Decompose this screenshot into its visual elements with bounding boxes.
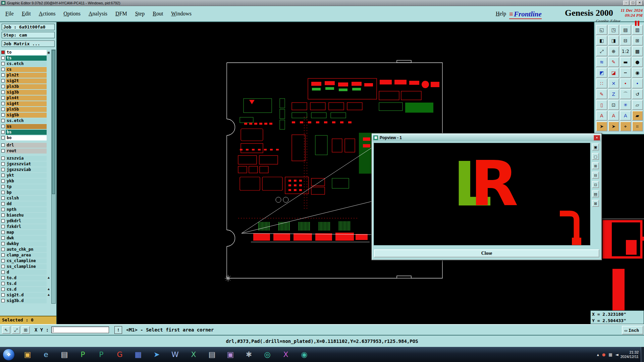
popview-tool-button[interactable]: ▢ <box>592 153 599 160</box>
layer-name[interactable]: ts <box>6 56 47 61</box>
taskbar-app-icon[interactable]: ▦ <box>133 350 143 359</box>
layer-row[interactable]: ykt <box>1 173 51 178</box>
layer-checkbox[interactable] <box>1 288 5 291</box>
popview-tool-button[interactable]: ⊟ <box>592 172 599 179</box>
layer-checkbox[interactable] <box>1 119 5 122</box>
layer-name[interactable]: cs <box>6 67 47 72</box>
toolbar-button[interactable]: ▯ <box>596 100 607 110</box>
layer-row[interactable]: xzszvia <box>1 156 51 161</box>
toolbar-button[interactable]: A <box>608 111 620 121</box>
toolbar-button[interactable]: 1:2 <box>620 46 631 56</box>
taskbar-app-icon[interactable]: P <box>97 350 106 359</box>
layer-name[interactable]: cs.d <box>6 287 47 292</box>
layer-name[interactable]: npth <box>6 207 47 212</box>
layer-name[interactable]: sig3b.d <box>6 298 47 303</box>
popview-tool-button[interactable]: ⊞ <box>592 162 599 169</box>
layer-name[interactable]: sig5b <box>6 113 47 118</box>
taskbar-app-icon[interactable]: W <box>170 350 180 359</box>
layer-row[interactable]: bo <box>1 135 51 140</box>
layer-row[interactable]: pln4t <box>1 95 51 101</box>
layer-name[interactable]: bs <box>6 130 47 135</box>
layer-checkbox[interactable] <box>1 73 5 77</box>
taskbar-app-icon[interactable]: e <box>41 350 51 359</box>
layer-row[interactable]: tp <box>1 184 51 189</box>
layer-name[interactable]: sig2t.d <box>6 293 47 298</box>
layer-name[interactable]: tp <box>6 184 47 189</box>
command-tool-button[interactable]: ⊞ <box>21 326 30 334</box>
layer-name[interactable]: jgxzszviat <box>6 162 47 167</box>
toolbar-button[interactable]: ◳ <box>608 25 620 35</box>
layer-name[interactable]: cslsh <box>6 196 47 201</box>
toolbar-button[interactable]: ◪ <box>608 68 620 78</box>
layer-name[interactable]: sig4t <box>6 101 47 106</box>
layer-checkbox[interactable] <box>1 62 5 65</box>
layer-checkbox[interactable] <box>1 276 5 280</box>
window-control-button[interactable]: – <box>623 1 629 5</box>
layer-row[interactable]: cs <box>1 67 51 72</box>
menu-help[interactable]: Help <box>496 11 506 17</box>
toolbar-button[interactable]: ▩ <box>632 46 643 56</box>
tray-icon[interactable]: ● <box>602 352 605 357</box>
layer-row[interactable]: sig4t <box>1 101 51 106</box>
layer-checkbox[interactable] <box>1 51 5 54</box>
layer-name[interactable]: clamp_area <box>6 253 47 258</box>
popview-tool-button[interactable]: ⊠ <box>592 200 599 207</box>
toolbar-button[interactable]: ➤ <box>596 121 607 131</box>
layer-checkbox[interactable] <box>1 168 5 171</box>
layer-checkbox[interactable] <box>1 149 5 153</box>
taskbar-app-icon[interactable]: ▣ <box>226 350 235 359</box>
layer-row[interactable]: npth <box>1 207 51 212</box>
layer-checkbox[interactable] <box>1 179 5 183</box>
layer-checkbox[interactable] <box>1 113 5 117</box>
toolbar-button[interactable]: ⊟ <box>620 36 631 46</box>
popview-canvas[interactable]: L R <box>374 143 590 245</box>
layer-checkbox[interactable] <box>1 136 5 139</box>
toolbar-button[interactable]: ◧ <box>596 36 607 46</box>
toolbar-button[interactable]: ◱ <box>596 25 607 35</box>
taskbar-app-icon[interactable]: ▤ <box>207 350 217 359</box>
popview-close-button[interactable]: Close <box>374 249 599 257</box>
layer-name[interactable]: sig3b <box>6 90 47 95</box>
layer-name[interactable]: pln3b <box>6 84 47 89</box>
taskbar-app-icon[interactable]: ▤ <box>60 350 69 359</box>
toolbar-button[interactable]: ⌒ <box>620 89 631 99</box>
layer-row[interactable]: rout <box>1 148 51 154</box>
taskbar-app-icon[interactable]: ◉ <box>300 350 309 359</box>
menu-item[interactable]: Step <box>135 11 145 17</box>
layer-checkbox[interactable] <box>1 143 5 147</box>
layer-row[interactable]: sig5b <box>1 112 51 118</box>
layer-name[interactable]: d <box>6 270 47 275</box>
taskbar-app-icon[interactable]: X <box>281 350 290 359</box>
layer-checkbox[interactable] <box>1 85 5 88</box>
taskbar-app-icon[interactable]: ◎ <box>263 350 272 359</box>
layer-row[interactable]: jgxzszviat <box>1 161 51 167</box>
toolbar-button[interactable]: ⌖ <box>620 121 631 131</box>
layer-row[interactable]: ykb <box>1 178 51 184</box>
layer-row[interactable]: dwkby <box>1 241 51 246</box>
toolbar-button[interactable]: ✕ <box>608 78 620 88</box>
layer-checkbox[interactable] <box>1 79 5 82</box>
layer-row[interactable]: ts.d <box>1 281 51 286</box>
layer-name[interactable]: to <box>6 50 47 55</box>
layer-row[interactable]: cs.etch <box>1 61 51 66</box>
layer-name[interactable]: bp <box>6 190 47 195</box>
window-control-button[interactable]: ✕ <box>637 1 643 5</box>
layer-checkbox[interactable] <box>1 231 5 234</box>
xy-input[interactable] <box>51 326 109 333</box>
start-button[interactable]: ❖ <box>3 349 15 361</box>
command-tool-button[interactable]: ⇖ <box>2 326 10 334</box>
layer-checkbox[interactable] <box>1 242 5 245</box>
layer-name[interactable]: drl <box>6 143 47 148</box>
layer-row[interactable]: jgxzszviab <box>1 167 51 172</box>
toolbar-button[interactable]: ● <box>632 57 643 67</box>
layer-checkbox[interactable] <box>1 202 5 205</box>
layer-name[interactable]: ss_clampline <box>6 264 47 269</box>
units-button[interactable]: ▭ Inch <box>622 326 643 335</box>
layer-row[interactable]: cslsh <box>1 195 51 201</box>
toolbar-button[interactable]: ◉ <box>632 68 643 78</box>
layer-name[interactable]: bo <box>6 135 47 140</box>
toolbar-button[interactable]: ⊕ <box>608 46 620 56</box>
layer-row[interactable]: to.d ♣ <box>1 275 51 281</box>
layer-checkbox[interactable] <box>1 253 5 257</box>
toolbar-button[interactable]: A <box>620 111 631 121</box>
